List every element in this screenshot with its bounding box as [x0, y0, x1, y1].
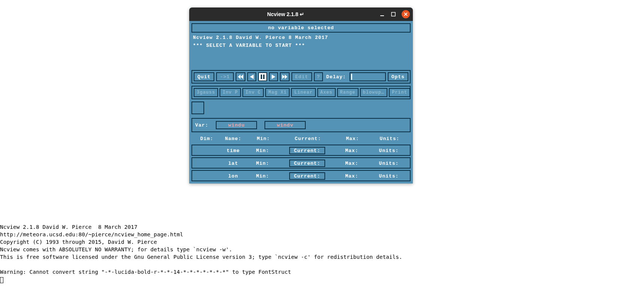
print-button[interactable]: Print [389, 88, 410, 97]
info-line-version: Ncview 2.1.8 David W. Pierce 8 March 201… [193, 35, 409, 40]
colormap-button[interactable]: 3gauss [194, 88, 218, 97]
dim-min: Min: [246, 148, 279, 154]
terminal-cursor [0, 277, 3, 283]
term-line: This is free software licensed under the… [0, 254, 402, 260]
dim-min: Min: [246, 173, 279, 179]
var-label: Var: [195, 122, 208, 128]
step-back-icon[interactable] [247, 72, 256, 81]
dim-col-max: Max: [336, 136, 369, 142]
inv-p-button[interactable]: Inv P [220, 88, 241, 97]
term-line: Ncview 2.1.8 David W. Pierce 8 March 201… [0, 224, 137, 230]
step-forward-icon[interactable] [269, 72, 278, 81]
dim-max: Max: [335, 173, 369, 179]
maximize-icon[interactable] [390, 11, 396, 17]
titlebar[interactable]: Ncview 2.1.8 ↵ [189, 7, 413, 21]
dim-col-current: Current: [282, 136, 334, 142]
svg-marker-10 [282, 75, 285, 79]
minimize-icon[interactable] [379, 11, 385, 17]
blowup-button[interactable]: blowup… [360, 88, 387, 97]
dim-current-button[interactable]: Current: [289, 147, 325, 154]
svg-marker-4 [238, 75, 241, 79]
help-button[interactable]: ? [314, 72, 323, 81]
dim-current-button[interactable]: Current: [289, 172, 325, 180]
dim-col-name: Name: [221, 136, 245, 142]
svg-marker-9 [272, 75, 275, 79]
text-caret [351, 74, 352, 80]
terminal-output: Ncview 2.1.8 David W. Pierce 8 March 201… [0, 223, 402, 283]
mag-button[interactable]: Mag X1 [265, 88, 290, 97]
toolbar-display: 3gauss Inv P Inv C Mag X1 Linear Axes Ra… [191, 86, 411, 99]
ncview-window: Ncview 2.1.8 ↵ no variable selected Ncvi… [189, 7, 413, 184]
svg-marker-6 [250, 75, 254, 79]
var-windu-button[interactable]: windu [216, 121, 257, 129]
delay-input[interactable] [350, 72, 386, 81]
info-line-prompt: *** SELECT A VARIABLE TO START *** [193, 43, 409, 48]
close-icon[interactable] [402, 10, 410, 18]
inv-c-button[interactable]: Inv C [242, 88, 264, 97]
dim-header: Dim: Name: Min: Current: Max: Units: [191, 134, 411, 143]
dim-name: time [222, 148, 244, 154]
quit-button[interactable]: Quit [194, 72, 214, 81]
dim-max: Max: [335, 161, 369, 166]
goto-1-button[interactable]: ->1 [216, 72, 233, 81]
dim-col-min: Min: [247, 136, 280, 142]
info-block: Ncview 2.1.8 David W. Pierce 8 March 201… [191, 34, 411, 68]
var-windv-button[interactable]: windv [264, 121, 306, 129]
dim-max: Max: [335, 148, 369, 154]
forward-fast-icon[interactable] [280, 72, 290, 81]
svg-marker-11 [285, 75, 287, 79]
dim-row-lat: lat Min: Current: Max: Units: [191, 157, 411, 169]
edit-button[interactable]: Edit [291, 72, 312, 81]
svg-rect-1 [391, 12, 395, 16]
svg-rect-7 [261, 75, 262, 79]
dim-current-button[interactable]: Current: [289, 160, 325, 167]
axes-button[interactable]: Axes [317, 88, 336, 97]
pause-icon[interactable] [258, 72, 267, 81]
delay-label: Delay: [325, 74, 348, 80]
svg-marker-5 [241, 75, 243, 79]
dim-units: Units: [370, 148, 408, 154]
dim-units: Units: [370, 173, 408, 179]
dim-col-dim: Dim: [194, 136, 220, 142]
window-controls [379, 10, 410, 18]
dim-units: Units: [370, 161, 408, 166]
term-line: http://meteora.ucsd.edu:80/~pierce/ncvie… [0, 231, 183, 237]
dim-row-time: time Min: Current: Max: Units: [191, 145, 411, 156]
dim-min: Min: [246, 161, 279, 166]
rewind-fast-icon[interactable] [236, 72, 245, 81]
variable-row: Var: windu windv [191, 118, 411, 132]
app-body: no variable selected Ncview 2.1.8 David … [189, 21, 413, 184]
dim-name: lon [222, 173, 244, 179]
colormap-swatch [191, 101, 204, 114]
status-bar: no variable selected [191, 23, 411, 33]
range-button[interactable]: Range [337, 88, 359, 97]
window-title: Ncview 2.1.8 ↵ [192, 11, 379, 17]
toolbar-playback: Quit ->1 Edit ? Delay: Opts [191, 70, 411, 84]
term-line: Ncview comes with ABSOLUTELY NO WARRANTY… [0, 246, 232, 252]
term-line: Warning: Cannot convert string "-*-lucid… [0, 269, 291, 275]
dim-col-units: Units: [371, 136, 408, 142]
svg-rect-8 [263, 75, 264, 79]
dim-row-lon: lon Min: Current: Max: Units: [191, 170, 411, 181]
term-line: Copyright (C) 1993 through 2015, David W… [0, 239, 157, 245]
dim-name: lat [222, 161, 244, 166]
opts-button[interactable]: Opts [388, 72, 408, 81]
linear-button[interactable]: Linear [291, 88, 315, 97]
